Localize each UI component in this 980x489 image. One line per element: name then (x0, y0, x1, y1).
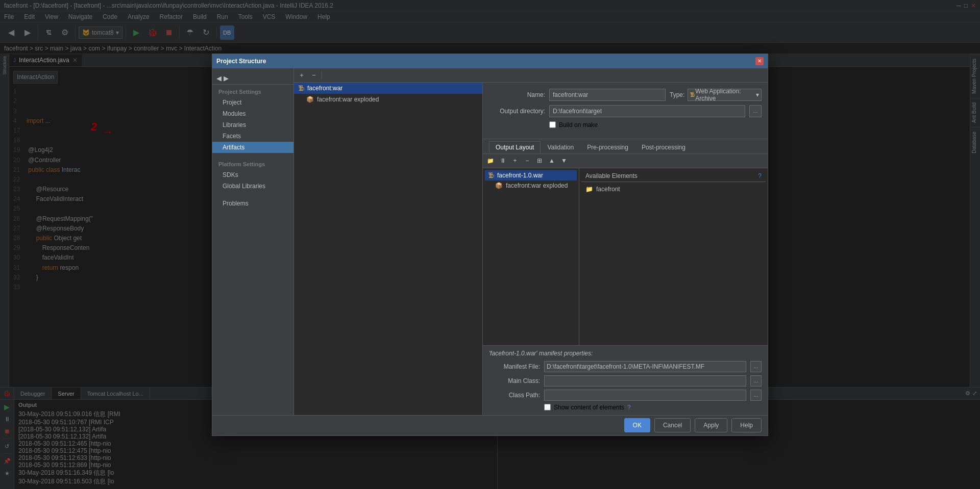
nav-problems[interactable]: Problems (212, 198, 293, 209)
artifact-toolbar: + − (294, 68, 768, 83)
nav-modules[interactable]: Modules (212, 108, 293, 119)
output-war-icon: 🗜 (488, 172, 494, 179)
dialog-titlebar: Project Structure ✕ (212, 54, 768, 68)
output-tree-item-exploded[interactable]: 📦 facefront:war exploded (485, 181, 577, 191)
ol-remove-btn[interactable]: − (522, 155, 533, 166)
cancel-button[interactable]: Cancel (654, 418, 691, 432)
name-label: Name: (489, 91, 545, 98)
output-dir-label: Output directory: (489, 108, 545, 115)
build-on-make-row: Build on make (489, 121, 762, 128)
output-layout-toolbar: 📁 ⏸ + − ⊞ ▲ ▼ (483, 154, 768, 168)
artifact-sep (322, 71, 322, 79)
artifact-war-label: facefront:war (307, 85, 342, 92)
dialog-content: + − 🗜 facefront:war 📦 facefront: (294, 68, 768, 415)
output-exploded-label: facefront:war exploded (506, 182, 568, 189)
artifact-detail: Name: Type: 🗜 Web Application: Archive ▾ (483, 83, 768, 415)
show-content-help-icon[interactable]: ? (627, 404, 631, 411)
dialog-overlay: Project Structure ✕ ◀ ▶ Project Settings… (0, 0, 980, 489)
nav-facets[interactable]: Facets (212, 131, 293, 142)
type-icon: 🗜 (690, 92, 695, 97)
available-item-facefront[interactable]: 📁 facefront (581, 184, 766, 194)
output-area: 🗜 facefront-1.0.war 📦 facefront:war expl… (483, 168, 768, 345)
help-button[interactable]: Help (731, 418, 762, 432)
artifact-item-war[interactable]: 🗜 facefront:war (294, 83, 482, 94)
show-content-checkbox[interactable] (544, 404, 551, 410)
output-tab-postprocessing[interactable]: Post-processing (635, 141, 692, 153)
apply-button[interactable]: Apply (695, 418, 727, 432)
show-content-row: Show content of elements ? (489, 404, 762, 411)
type-area: Type: 🗜 Web Application: Archive ▾ (670, 89, 762, 101)
artifact-main: 🗜 facefront:war 📦 facefront:war exploded (294, 83, 768, 415)
available-item-label: facefront (596, 186, 620, 193)
class-path-input[interactable] (544, 390, 746, 401)
ol-add-btn[interactable]: + (509, 155, 521, 166)
artifact-war-icon: 🗜 (298, 85, 304, 92)
output-dir-row: Output directory: … (489, 105, 762, 117)
type-arrow: ▾ (756, 91, 759, 98)
class-path-row: Class Path: … (489, 390, 762, 401)
type-value: Web Application: Archive (695, 88, 756, 102)
manifest-title: 'facefront-1.0.war' manifest properties: (489, 350, 762, 357)
build-on-make-label: Build on make (559, 121, 598, 128)
ok-button[interactable]: OK (624, 418, 650, 432)
nav-global-libraries[interactable]: Global Libraries (212, 181, 293, 192)
name-row: Name: Type: 🗜 Web Application: Archive ▾ (489, 89, 762, 101)
nav-artifacts[interactable]: Artifacts (212, 142, 293, 153)
dialog-nav: ◀ ▶ Project Settings Project Modules Lib… (212, 68, 294, 415)
output-tree-item-war[interactable]: 🗜 facefront-1.0.war (485, 170, 577, 181)
available-header: Available Elements ? (581, 170, 766, 182)
artifact-form: Name: Type: 🗜 Web Application: Archive ▾ (483, 83, 768, 139)
output-tab-validation[interactable]: Validation (541, 141, 580, 153)
nav-libraries[interactable]: Libraries (212, 119, 293, 131)
available-title: Available Elements (585, 172, 638, 179)
name-input[interactable] (549, 89, 666, 101)
build-on-make-checkbox[interactable] (549, 121, 556, 128)
dialog-footer: OK Cancel Apply Help (212, 415, 768, 435)
output-dir-browse-btn[interactable]: … (749, 105, 762, 117)
nav-sep2 (212, 192, 293, 198)
main-class-label: Main Class: (489, 377, 540, 384)
nav-sep (212, 153, 293, 159)
nav-fwd-btn[interactable]: ▶ (224, 74, 229, 82)
artifact-add-btn[interactable]: + (296, 69, 307, 81)
type-label: Type: (670, 91, 684, 98)
show-content-label: Show content of elements (554, 404, 624, 411)
nav-back-btn[interactable]: ◀ (216, 74, 222, 82)
artifact-list: 🗜 facefront:war 📦 facefront:war exploded (294, 83, 483, 415)
output-tab-preprocessing[interactable]: Pre-processing (580, 141, 635, 153)
ol-down-btn[interactable]: ▼ (558, 155, 570, 166)
manifest-file-row: Manifest File: … (489, 361, 762, 372)
dialog-close-btn[interactable]: ✕ (755, 57, 764, 65)
manifest-file-browse-btn[interactable]: … (750, 361, 762, 372)
nav-back-fwd: ◀ ▶ (212, 72, 293, 85)
artifact-item-war-exploded[interactable]: 📦 facefront:war exploded (294, 94, 482, 105)
class-path-browse-btn[interactable]: … (750, 390, 762, 401)
dialog-title: Project Structure (216, 58, 266, 65)
output-dir-input[interactable] (549, 105, 745, 117)
type-dropdown[interactable]: 🗜 Web Application: Archive ▾ (688, 89, 762, 101)
output-layout-tabs: Output Layout Validation Pre-processing … (483, 139, 768, 154)
ol-folder-btn[interactable]: 📁 (485, 155, 496, 166)
manifest-file-input[interactable] (544, 361, 746, 372)
main-class-input[interactable] (544, 375, 746, 387)
nav-sdks[interactable]: SDKs (212, 169, 293, 181)
available-help-icon[interactable]: ? (758, 172, 762, 179)
ol-extract-btn[interactable]: ⊞ (534, 155, 545, 166)
output-tab-layout[interactable]: Output Layout (489, 141, 541, 153)
nav-project[interactable]: Project (212, 97, 293, 108)
output-exploded-icon: 📦 (495, 182, 503, 189)
artifact-remove-btn[interactable]: − (308, 69, 320, 81)
artifact-exploded-label: facefront:war exploded (317, 96, 379, 103)
available-pane: Available Elements ? 📁 facefront (579, 168, 768, 345)
ol-pause-btn[interactable]: ⏸ (497, 155, 508, 166)
available-folder-icon: 📁 (585, 186, 593, 193)
project-settings-heading: Project Settings (212, 87, 293, 97)
artifact-exploded-icon: 📦 (306, 96, 314, 103)
main-class-browse-btn[interactable]: … (750, 375, 762, 387)
output-tree: 🗜 facefront-1.0.war 📦 facefront:war expl… (483, 168, 579, 345)
manifest-file-label: Manifest File: (489, 363, 540, 370)
dialog-body: ◀ ▶ Project Settings Project Modules Lib… (212, 68, 768, 415)
platform-settings-heading: Platform Settings (212, 159, 293, 169)
ol-up-btn[interactable]: ▲ (546, 155, 557, 166)
manifest-section: 'facefront-1.0.war' manifest properties:… (483, 345, 768, 415)
